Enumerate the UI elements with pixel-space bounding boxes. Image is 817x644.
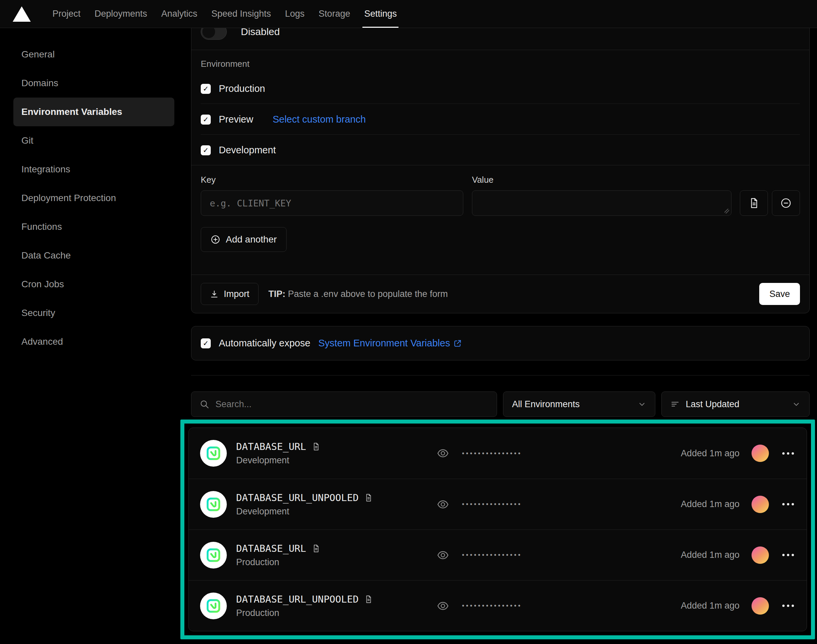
sidebar-item-domains[interactable]: Domains	[13, 69, 174, 98]
import-button[interactable]: Import	[201, 283, 259, 305]
variable-key: DATABASE_URL_UNPOOLED	[236, 593, 359, 605]
note-icon	[312, 544, 320, 553]
environment-variables-panel: Disabled Environment Production Preview …	[191, 28, 817, 644]
system-env-link[interactable]: System Environment Variables	[318, 338, 462, 349]
avatar	[751, 546, 769, 564]
add-variable-card: Disabled Environment Production Preview …	[191, 7, 810, 313]
nav-item-analytics[interactable]: Analytics	[154, 0, 204, 28]
row-menu-button[interactable]	[781, 550, 795, 560]
production-checkbox[interactable]	[201, 84, 211, 94]
search-field	[191, 391, 497, 417]
paste-env-file-button[interactable]	[740, 190, 768, 216]
sidebar-item-advanced[interactable]: Advanced	[13, 327, 174, 356]
nav-item-deployments[interactable]: Deployments	[87, 0, 154, 28]
sidebar-item-cron-jobs[interactable]: Cron Jobs	[13, 270, 174, 299]
row-menu-button[interactable]	[781, 500, 795, 509]
variable-row: DATABASE_URL_UNPOOLED Production	[189, 580, 807, 631]
nav-item-logs[interactable]: Logs	[278, 0, 312, 28]
sidebar-item-general[interactable]: General	[13, 40, 174, 69]
environment-filter-value: All Environments	[512, 399, 580, 409]
value-label: Value	[472, 175, 800, 190]
masked-value: •••••••••••••••	[462, 551, 522, 559]
added-timestamp: Added 1m ago	[681, 448, 739, 458]
sidebar-item-integrations[interactable]: Integrations	[13, 155, 174, 184]
remove-row-button[interactable]	[772, 190, 800, 216]
development-checkbox[interactable]	[201, 145, 211, 155]
key-value-form: Key Value	[192, 166, 809, 274]
production-label: Production	[219, 83, 265, 94]
preview-label: Preview	[219, 114, 253, 125]
vercel-logo[interactable]	[13, 0, 31, 28]
key-input[interactable]	[201, 190, 463, 216]
system-env-card: Automatically expose System Environment …	[191, 326, 810, 360]
sort-dropdown[interactable]: Last Updated	[661, 391, 810, 417]
sidebar-item-environment-variables[interactable]: Environment Variables	[13, 98, 174, 126]
system-env-checkbox[interactable]	[201, 338, 211, 348]
neon-integration-icon	[200, 542, 227, 569]
variables-list: DATABASE_URL Development	[189, 428, 807, 631]
variable-meta: Added 1m ago	[681, 496, 795, 513]
environment-option-preview: Preview Select custom branch	[201, 104, 800, 135]
variable-environment: Production	[236, 608, 437, 618]
note-icon	[312, 442, 320, 451]
variable-value-group: •••••••••••••••	[437, 447, 522, 460]
eye-icon[interactable]	[437, 447, 449, 460]
variable-row: DATABASE_URL Production	[189, 529, 807, 580]
variable-value-group: •••••••••••••••	[437, 549, 522, 561]
tip-text: TIP: Paste a .env above to populate the …	[268, 289, 448, 299]
external-link-icon	[453, 339, 462, 348]
add-another-button[interactable]: Add another	[201, 227, 287, 252]
form-footer: Import TIP: Paste a .env above to popula…	[192, 274, 809, 313]
note-icon	[364, 595, 373, 604]
sort-lines-icon	[670, 400, 680, 409]
nav-item-settings[interactable]: Settings	[357, 0, 404, 28]
avatar	[751, 597, 769, 615]
tip-prefix: TIP:	[268, 289, 285, 299]
filters-row: All Environments Last Updated	[191, 391, 810, 417]
row-menu-button[interactable]	[781, 449, 795, 458]
variable-key-block: DATABASE_URL Development	[236, 441, 437, 466]
added-timestamp: Added 1m ago	[681, 499, 739, 509]
sidebar-item-functions[interactable]: Functions	[13, 212, 174, 241]
search-icon	[199, 399, 209, 409]
variable-row: DATABASE_URL Development	[189, 428, 807, 478]
variable-key: DATABASE_URL	[236, 543, 306, 554]
added-timestamp: Added 1m ago	[681, 601, 739, 611]
value-input[interactable]	[472, 190, 731, 216]
eye-icon[interactable]	[437, 498, 449, 511]
variable-key-block: DATABASE_URL_UNPOOLED Development	[236, 492, 437, 517]
search-input[interactable]	[215, 399, 489, 409]
preview-checkbox[interactable]	[201, 115, 211, 124]
content-divider	[191, 375, 810, 376]
variable-meta: Added 1m ago	[681, 445, 795, 462]
environment-section-label: Environment	[201, 59, 800, 73]
file-icon	[748, 198, 760, 209]
added-timestamp: Added 1m ago	[681, 550, 739, 560]
sidebar-item-security[interactable]: Security	[13, 299, 174, 327]
download-icon	[210, 290, 219, 299]
avatar	[751, 445, 769, 462]
import-label: Import	[224, 289, 250, 299]
environment-option-production: Production	[201, 73, 800, 104]
sidebar-item-data-cache[interactable]: Data Cache	[13, 241, 174, 270]
neon-integration-icon	[200, 440, 227, 467]
nav-item-storage[interactable]: Storage	[312, 0, 357, 28]
save-button[interactable]: Save	[759, 283, 800, 305]
sidebar-item-git[interactable]: Git	[13, 126, 174, 155]
system-env-text: Automatically expose	[219, 338, 310, 349]
nav-item-project[interactable]: Project	[45, 0, 87, 28]
nav-item-speed-insights[interactable]: Speed Insights	[204, 0, 278, 28]
key-label: Key	[201, 175, 463, 190]
row-menu-button[interactable]	[781, 601, 795, 610]
select-custom-branch-link[interactable]: Select custom branch	[273, 114, 366, 125]
variable-meta: Added 1m ago	[681, 597, 795, 615]
highlight-box: DATABASE_URL Development	[180, 420, 815, 639]
environment-filter-dropdown[interactable]: All Environments	[503, 391, 655, 417]
eye-icon[interactable]	[437, 549, 449, 561]
chevron-down-icon	[638, 400, 646, 408]
development-label: Development	[219, 145, 276, 156]
minus-circle-icon	[780, 197, 792, 209]
variable-key-block: DATABASE_URL Production	[236, 543, 437, 567]
eye-icon[interactable]	[437, 600, 449, 612]
sidebar-item-deployment-protection[interactable]: Deployment Protection	[13, 184, 174, 212]
